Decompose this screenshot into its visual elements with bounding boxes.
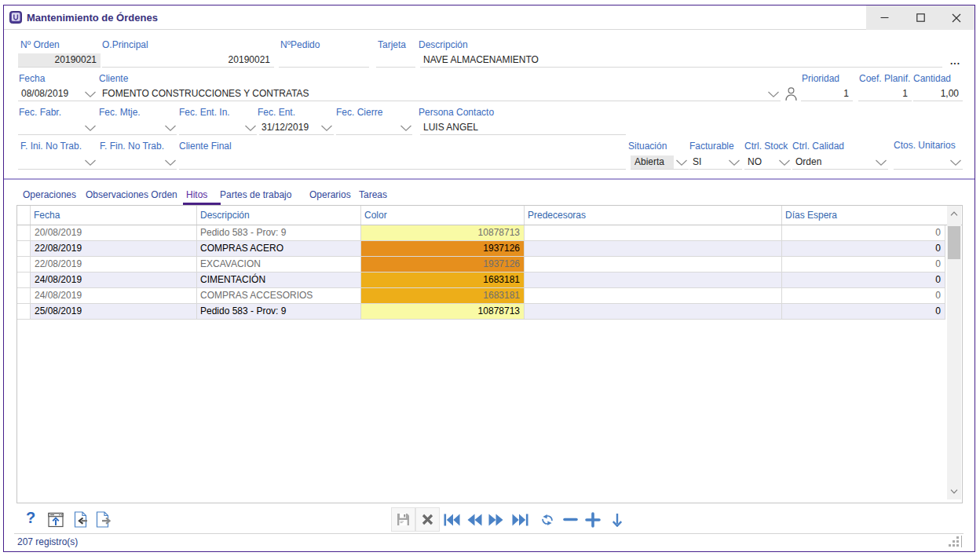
descripcion-cell[interactable]: COMPRAS ACCESORIOS (197, 288, 361, 304)
descripcion-field[interactable]: NAVE ALMACENAMIENTO (420, 53, 942, 68)
last-record-button[interactable] (511, 507, 528, 532)
color-cell[interactable]: 1937126 (361, 241, 525, 257)
fec-ent-in-dropdown-icon[interactable] (244, 125, 257, 132)
next-record-button[interactable] (488, 507, 505, 532)
fecha-cell[interactable]: 25/08/2019 (31, 304, 197, 320)
color-cell[interactable]: 10878713 (361, 304, 525, 320)
maximize-button[interactable] (902, 5, 938, 30)
fec-ent-dropdown-icon[interactable] (320, 125, 333, 132)
table-row[interactable]: 22/08/2019COMPRAS ACERO19371260 (17, 241, 945, 257)
resize-grip-icon[interactable] (949, 536, 964, 549)
dias-espera-cell[interactable]: 0 (782, 257, 945, 273)
table-row[interactable]: 20/08/2019Pedido 583 - Prov: 9108787130 (17, 225, 945, 241)
row-selector-cell[interactable] (17, 257, 31, 273)
grid-header-predecesoras[interactable]: Predecesoras (525, 206, 782, 225)
ctrl-stock-dropdown-icon[interactable] (778, 159, 791, 166)
scrollbar-thumb[interactable] (948, 226, 960, 259)
cantidad-field[interactable]: 1,00 (913, 87, 963, 101)
dias-espera-cell[interactable]: 0 (782, 273, 945, 288)
fec-fabr-dropdown-icon[interactable] (84, 125, 97, 132)
descripcion-more-button[interactable]: ... (950, 56, 960, 67)
coef-planif-field[interactable]: 1 (858, 87, 912, 101)
fecha-cell[interactable]: 24/08/2019 (31, 273, 197, 288)
situacion-dropdown-icon[interactable] (675, 159, 688, 166)
descripcion-cell[interactable]: Pedido 583 - Prov: 9 (197, 225, 361, 241)
minimize-button[interactable] (866, 5, 902, 30)
predecesoras-cell[interactable] (525, 241, 782, 257)
pedido-field[interactable] (279, 53, 369, 68)
cliente-final-field[interactable] (179, 155, 626, 170)
close-button[interactable] (938, 5, 975, 30)
row-selector-cell[interactable] (17, 288, 31, 304)
grid-header-fecha[interactable]: Fecha (31, 206, 197, 225)
table-row[interactable]: 22/08/2019EXCAVACION19371260 (17, 257, 945, 273)
row-selector-cell[interactable] (17, 273, 31, 288)
tab-observaciones-orden[interactable]: Observaciones Orden (86, 189, 177, 203)
tab-tareas[interactable]: Tareas (359, 189, 387, 203)
export-document-button[interactable] (94, 507, 112, 532)
tab-partes-de-trabajo[interactable]: Partes de trabajo (220, 189, 291, 203)
add-record-button[interactable] (584, 507, 602, 532)
scroll-up-icon[interactable] (949, 210, 959, 217)
tab-operaciones[interactable]: Operaciones (23, 189, 76, 203)
fecha-cell[interactable]: 22/08/2019 (31, 241, 197, 257)
cliente-field[interactable]: FOMENTO CONSTRUCCIONES Y CONTRATAS (99, 87, 781, 101)
fec-cierre-dropdown-icon[interactable] (400, 125, 412, 132)
descripcion-cell[interactable]: COMPRAS ACERO (197, 241, 361, 257)
dias-espera-cell[interactable]: 0 (782, 288, 945, 304)
scroll-down-icon[interactable] (949, 488, 959, 495)
fecha-cell[interactable]: 20/08/2019 (31, 225, 197, 241)
previous-record-button[interactable] (466, 507, 483, 532)
table-row[interactable]: 24/08/2019CIMENTACIÓN16831810 (17, 273, 945, 288)
color-cell[interactable]: 1683181 (361, 288, 525, 304)
color-cell[interactable]: 10878713 (361, 225, 525, 241)
move-down-button[interactable] (609, 507, 626, 532)
descripcion-cell[interactable]: EXCAVACION (197, 257, 361, 273)
save-button[interactable] (391, 507, 415, 532)
predecesoras-cell[interactable] (525, 273, 782, 288)
ctrl-calidad-dropdown-icon[interactable] (875, 159, 887, 166)
dias-espera-cell[interactable]: 0 (782, 225, 945, 241)
predecesoras-cell[interactable] (525, 225, 782, 241)
color-cell[interactable]: 1937126 (361, 257, 525, 273)
descripcion-cell[interactable]: Pedido 583 - Prov: 9 (197, 304, 361, 320)
cliente-person-icon[interactable] (784, 86, 798, 101)
orden-field[interactable]: 20190021 (18, 53, 101, 68)
tarjeta-field[interactable] (376, 53, 415, 68)
predecesoras-cell[interactable] (525, 304, 782, 320)
f-ini-no-trab-dropdown-icon[interactable] (84, 159, 97, 166)
f-fin-no-trab-dropdown-icon[interactable] (164, 159, 177, 166)
dias-espera-cell[interactable]: 0 (782, 304, 945, 320)
ctos-unitarios-dropdown-icon[interactable] (949, 159, 962, 166)
prioridad-field[interactable]: 1 (801, 87, 853, 101)
import-document-button[interactable] (72, 507, 90, 532)
cliente-dropdown-icon[interactable] (767, 91, 780, 98)
grid-header-descripcion[interactable]: Descripción (197, 206, 361, 225)
fecha-cell[interactable]: 24/08/2019 (31, 288, 197, 304)
dias-espera-cell[interactable]: 0 (782, 241, 945, 257)
persona-contacto-field[interactable]: LUIS ANGEL (420, 121, 626, 135)
first-record-button[interactable] (443, 507, 460, 532)
predecesoras-cell[interactable] (525, 257, 782, 273)
grid-vertical-scrollbar[interactable] (947, 206, 961, 499)
row-selector-cell[interactable] (17, 225, 31, 241)
cancel-button[interactable] (415, 507, 440, 532)
refresh-button[interactable] (539, 507, 556, 532)
table-row[interactable]: 25/08/2019Pedido 583 - Prov: 9108787130 (17, 304, 945, 320)
tab-hitos[interactable]: Hitos (186, 189, 207, 203)
principal-field[interactable]: 20190021 (102, 53, 274, 68)
row-selector-cell[interactable] (17, 241, 31, 257)
table-row[interactable]: 24/08/2019COMPRAS ACCESORIOS16831810 (17, 288, 945, 304)
color-cell[interactable]: 1683181 (361, 273, 525, 288)
fecha-dropdown-icon[interactable] (84, 91, 97, 98)
fec-mtje-dropdown-icon[interactable] (164, 125, 177, 132)
help-button[interactable]: ? (26, 509, 35, 527)
grid-header-color[interactable]: Color (361, 206, 525, 225)
ctrl-calidad-field[interactable]: Orden (792, 155, 888, 170)
facturable-dropdown-icon[interactable] (728, 159, 740, 166)
remove-record-button[interactable] (561, 507, 579, 532)
predecesoras-cell[interactable] (525, 288, 782, 304)
grid-header-dias-espera[interactable]: Días Espera (782, 206, 945, 225)
row-selector-cell[interactable] (17, 304, 31, 320)
descripcion-cell[interactable]: CIMENTACIÓN (197, 273, 361, 288)
